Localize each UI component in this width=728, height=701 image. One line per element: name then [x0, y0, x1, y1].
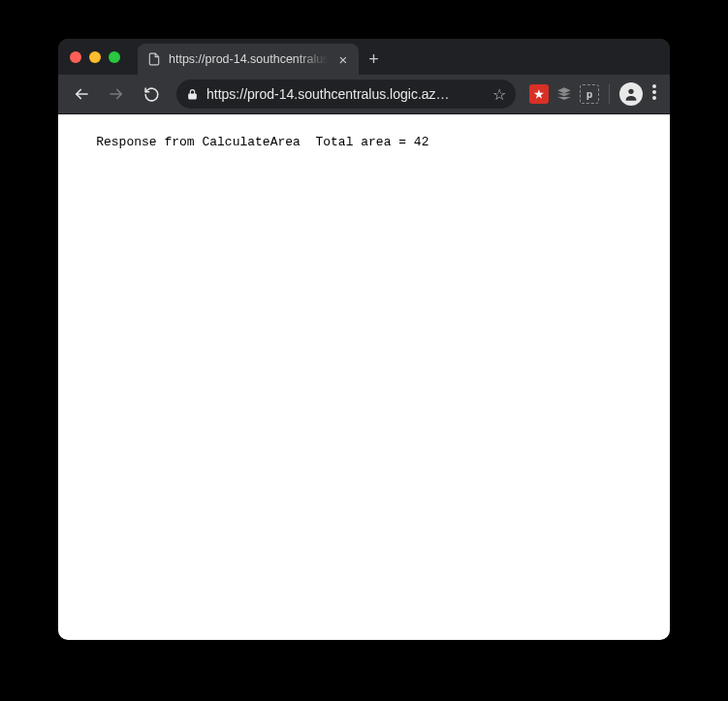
- page-body-text: Response from CalculateArea Total area =…: [96, 135, 428, 149]
- svg-point-4: [652, 90, 656, 94]
- new-tab-button[interactable]: +: [359, 50, 389, 68]
- svg-point-5: [652, 96, 656, 100]
- svg-point-2: [628, 89, 633, 94]
- svg-point-3: [652, 84, 656, 88]
- forward-button[interactable]: [101, 79, 132, 110]
- window-maximize-button[interactable]: [109, 51, 120, 63]
- browser-tab[interactable]: https://prod-14.southcentralus ×: [138, 44, 359, 75]
- extension-stack-icon[interactable]: [554, 84, 574, 104]
- toolbar: https://prod-14.southcentralus.logic.az……: [58, 75, 670, 113]
- kebab-menu-button[interactable]: [647, 84, 662, 104]
- extension-red-icon[interactable]: ★: [529, 84, 549, 104]
- toolbar-divider: [609, 84, 610, 104]
- bookmark-star-icon[interactable]: ☆: [492, 85, 506, 104]
- extension-boxed-icon[interactable]: p: [580, 84, 599, 104]
- titlebar: https://prod-14.southcentralus × +: [58, 39, 670, 75]
- window-controls: [70, 51, 120, 63]
- window-close-button[interactable]: [70, 51, 81, 63]
- tab-close-button[interactable]: ×: [336, 52, 349, 67]
- address-bar-url: https://prod-14.southcentralus.logic.az…: [206, 86, 485, 102]
- tab-title: https://prod-14.southcentralus: [169, 52, 329, 66]
- extensions-group: ★ p: [525, 84, 599, 104]
- page-icon: [147, 52, 161, 66]
- back-button[interactable]: [66, 79, 97, 110]
- page-viewport: Response from CalculateArea Total area =…: [58, 113, 670, 640]
- lock-icon: [186, 88, 199, 101]
- window-minimize-button[interactable]: [89, 51, 101, 63]
- reload-button[interactable]: [136, 79, 167, 110]
- profile-button[interactable]: [619, 82, 643, 106]
- browser-window: https://prod-14.southcentralus × + https…: [58, 39, 670, 640]
- address-bar[interactable]: https://prod-14.southcentralus.logic.az……: [176, 80, 516, 109]
